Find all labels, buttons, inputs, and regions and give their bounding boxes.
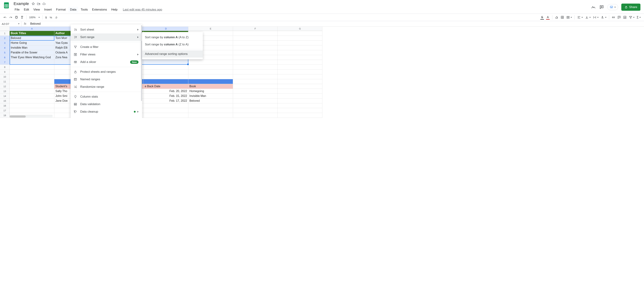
row-header[interactable]: 9 [0,70,10,74]
cell[interactable] [144,108,188,113]
cell[interactable]: Beloved [188,98,233,103]
cell[interactable] [278,36,322,40]
menu-view[interactable]: View [32,7,42,12]
cell[interactable] [278,108,322,113]
cell[interactable] [278,74,322,79]
column-header-F[interactable]: F [233,27,278,31]
menu-item-randomize-range[interactable]: Randomize range [70,83,142,90]
cell[interactable] [278,60,322,65]
text-wrap-button[interactable] [592,15,599,20]
cell[interactable] [10,103,54,108]
cell[interactable] [233,46,278,50]
menu-format[interactable]: Format [54,7,68,12]
cell[interactable] [233,74,278,79]
cell[interactable] [278,31,322,36]
text-color-button[interactable]: A [545,15,550,20]
menu-item-sort-range[interactable]: Sort range [70,34,142,41]
cell[interactable] [10,89,54,94]
cell[interactable] [278,50,322,55]
star-icon[interactable] [32,2,35,6]
row-header[interactable]: 17 [0,108,10,113]
submenu-item[interactable]: Sort range by column A (Z to A) [142,41,203,48]
cell[interactable] [233,65,278,70]
menu-file[interactable]: File [13,7,21,12]
row-header[interactable]: 7 [0,60,10,65]
horizontal-align-button[interactable] [576,15,584,20]
row-header[interactable]: 8 [0,65,10,70]
cell[interactable] [278,40,322,46]
cell[interactable]: Feb. 20, 2022 [144,89,188,94]
row-header[interactable]: 13 [0,89,10,94]
row-header[interactable]: 1 [0,31,10,36]
present-button[interactable] [607,4,618,10]
row-header[interactable]: 2 [0,36,10,40]
cell[interactable] [10,74,54,79]
insert-chart-button[interactable] [622,15,628,20]
cell[interactable] [10,94,54,98]
cell[interactable] [233,89,278,94]
row-header[interactable]: 3 [0,40,10,46]
insert-link-button[interactable] [611,15,616,20]
sheets-logo[interactable] [2,1,11,10]
cell[interactable]: Beloved [10,36,54,40]
cell[interactable] [144,79,188,84]
cell[interactable]: Book [188,84,233,89]
cell[interactable] [144,74,188,79]
cell[interactable] [233,55,278,60]
cell[interactable] [278,103,322,108]
cell[interactable]: Book Titles [10,31,54,36]
cell[interactable] [10,84,54,89]
print-button[interactable] [14,15,19,20]
cell[interactable] [10,98,54,103]
cell[interactable]: Parable of the Sower [10,50,54,55]
move-icon[interactable] [37,2,40,6]
cell[interactable] [188,60,233,65]
paint-format-button[interactable] [20,15,25,20]
menu-tools[interactable]: Tools [79,7,90,12]
share-button[interactable]: Share [621,4,640,11]
cell[interactable]: Invisible Man [188,94,233,98]
cell[interactable] [188,108,233,113]
document-title[interactable]: Example [13,2,30,6]
cell[interactable] [144,103,188,108]
menu-edit[interactable]: Edit [22,7,31,12]
cell[interactable] [233,40,278,46]
menu-data[interactable]: Data [68,7,78,12]
cell[interactable] [278,98,322,103]
undo-button[interactable] [2,15,8,20]
cell[interactable] [233,60,278,65]
cell[interactable] [188,103,233,108]
cell[interactable] [233,31,278,36]
cell[interactable] [144,113,188,118]
strikethrough-button[interactable]: S [540,15,545,20]
menu-item-column-stats[interactable]: Column stats [70,93,142,100]
cell[interactable] [278,84,322,89]
row-header[interactable]: 10 [0,74,10,79]
menu-item-named-ranges[interactable]: Named ranges [70,76,142,83]
cell[interactable]: Homegoing [188,89,233,94]
zoom-dropdown[interactable]: 100% [28,15,40,20]
cell[interactable] [188,70,233,74]
cell[interactable] [233,113,278,118]
cell[interactable] [144,65,188,70]
cell[interactable] [278,89,322,94]
cell[interactable] [188,74,233,79]
cell[interactable]: Their Eyes Were Watching God [10,55,54,60]
cell[interactable] [10,60,54,65]
format-currency-button[interactable]: $ [44,15,48,20]
row-header[interactable]: 12 [0,84,10,89]
cell[interactable] [10,70,54,74]
row-header[interactable]: 5 [0,50,10,55]
cell[interactable] [233,98,278,103]
cell[interactable] [278,113,322,118]
cell[interactable] [233,108,278,113]
horizontal-scrollbar[interactable] [10,115,52,118]
row-header[interactable]: 4 [0,46,10,50]
fill-color-button[interactable] [554,15,559,20]
row-header[interactable]: 11 [0,79,10,84]
cell[interactable] [233,50,278,55]
menu-item-add-a-slicer[interactable]: Add a slicerNew [70,58,142,66]
cell[interactable] [233,36,278,40]
cell[interactable] [10,108,54,113]
cell[interactable] [233,79,278,84]
